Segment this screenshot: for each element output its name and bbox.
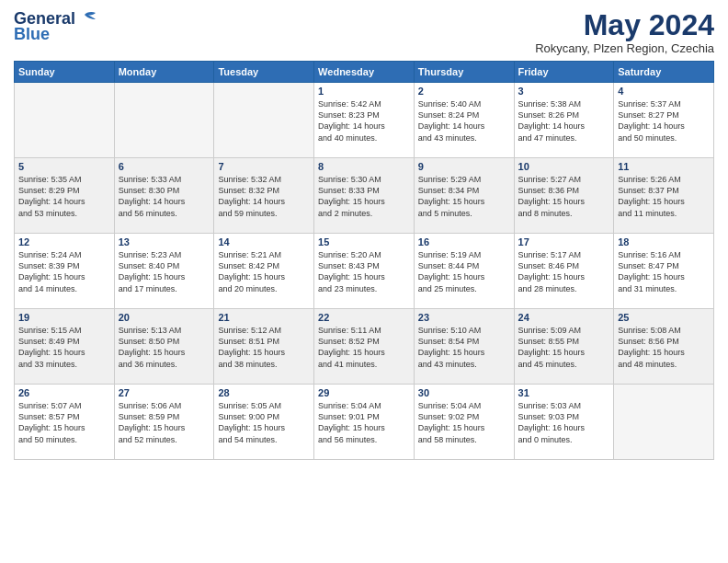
day-number: 8 <box>318 161 410 172</box>
day-info: Sunrise: 5:08 AM Sunset: 8:56 PM Dayligh… <box>618 325 710 370</box>
day-info: Sunrise: 5:33 AM Sunset: 8:30 PM Dayligh… <box>119 174 210 219</box>
day-number: 24 <box>518 312 610 323</box>
day-info: Sunrise: 5:37 AM Sunset: 8:27 PM Dayligh… <box>618 98 710 144</box>
calendar-week-row: 12Sunrise: 5:24 AM Sunset: 8:39 PM Dayli… <box>15 234 714 309</box>
day-number: 27 <box>119 387 210 398</box>
calendar-week-row: 26Sunrise: 5:07 AM Sunset: 8:57 PM Dayli… <box>15 385 714 460</box>
header: General Blue May 2024 Rokycany, Plzen Re… <box>14 9 714 55</box>
calendar-day-cell: 1Sunrise: 5:42 AM Sunset: 8:23 PM Daylig… <box>314 83 415 158</box>
day-number: 17 <box>518 236 610 247</box>
calendar-day-cell: 18Sunrise: 5:16 AM Sunset: 8:47 PM Dayli… <box>614 234 714 309</box>
day-info: Sunrise: 5:03 AM Sunset: 9:03 PM Dayligh… <box>518 400 610 445</box>
calendar-table: SundayMondayTuesdayWednesdayThursdayFrid… <box>14 61 714 460</box>
calendar-day-cell: 25Sunrise: 5:08 AM Sunset: 8:56 PM Dayli… <box>614 309 714 385</box>
calendar-day-cell: 21Sunrise: 5:12 AM Sunset: 8:51 PM Dayli… <box>214 309 314 385</box>
day-info: Sunrise: 5:23 AM Sunset: 8:40 PM Dayligh… <box>119 249 210 294</box>
calendar-day-cell: 23Sunrise: 5:10 AM Sunset: 8:54 PM Dayli… <box>414 309 514 385</box>
day-info: Sunrise: 5:32 AM Sunset: 8:32 PM Dayligh… <box>218 174 310 219</box>
day-number: 4 <box>618 86 710 97</box>
calendar-day-cell: 29Sunrise: 5:04 AM Sunset: 9:01 PM Dayli… <box>314 385 415 460</box>
day-number: 1 <box>318 86 410 97</box>
calendar-day-cell: 15Sunrise: 5:20 AM Sunset: 8:43 PM Dayli… <box>314 234 415 309</box>
day-number: 25 <box>618 312 710 323</box>
day-number: 16 <box>418 236 510 247</box>
calendar-day-cell: 14Sunrise: 5:21 AM Sunset: 8:42 PM Dayli… <box>214 234 314 309</box>
day-number: 5 <box>18 161 110 172</box>
calendar-day-cell: 28Sunrise: 5:05 AM Sunset: 9:00 PM Dayli… <box>214 385 314 460</box>
day-info: Sunrise: 5:26 AM Sunset: 8:37 PM Dayligh… <box>618 174 710 219</box>
day-info: Sunrise: 5:17 AM Sunset: 8:46 PM Dayligh… <box>518 249 610 294</box>
calendar-day-cell: 19Sunrise: 5:15 AM Sunset: 8:49 PM Dayli… <box>15 309 115 385</box>
day-info: Sunrise: 5:06 AM Sunset: 8:59 PM Dayligh… <box>119 400 210 445</box>
day-info: Sunrise: 5:24 AM Sunset: 8:39 PM Dayligh… <box>18 249 110 294</box>
calendar-day-cell: 9Sunrise: 5:29 AM Sunset: 8:34 PM Daylig… <box>414 158 514 234</box>
day-number: 19 <box>18 312 110 323</box>
month-title: May 2024 <box>535 9 714 41</box>
day-number: 10 <box>518 161 610 172</box>
calendar-day-cell <box>15 83 115 158</box>
day-number: 23 <box>418 312 510 323</box>
calendar-day-cell: 8Sunrise: 5:30 AM Sunset: 8:33 PM Daylig… <box>314 158 415 234</box>
calendar-header-row: SundayMondayTuesdayWednesdayThursdayFrid… <box>15 62 714 83</box>
day-info: Sunrise: 5:29 AM Sunset: 8:34 PM Dayligh… <box>418 174 510 219</box>
calendar-day-cell: 16Sunrise: 5:19 AM Sunset: 8:44 PM Dayli… <box>414 234 514 309</box>
calendar-day-cell: 11Sunrise: 5:26 AM Sunset: 8:37 PM Dayli… <box>614 158 714 234</box>
calendar-week-row: 5Sunrise: 5:35 AM Sunset: 8:29 PM Daylig… <box>15 158 714 234</box>
day-info: Sunrise: 5:15 AM Sunset: 8:49 PM Dayligh… <box>18 325 110 370</box>
calendar-day-cell: 3Sunrise: 5:38 AM Sunset: 8:26 PM Daylig… <box>514 83 614 158</box>
day-info: Sunrise: 5:04 AM Sunset: 9:02 PM Dayligh… <box>418 400 510 445</box>
day-info: Sunrise: 5:09 AM Sunset: 8:55 PM Dayligh… <box>518 325 610 370</box>
calendar-header-saturday: Saturday <box>614 62 714 83</box>
logo-bird-icon <box>77 11 97 28</box>
calendar-header-monday: Monday <box>114 62 214 83</box>
day-info: Sunrise: 5:19 AM Sunset: 8:44 PM Dayligh… <box>418 249 510 294</box>
day-number: 13 <box>119 236 210 247</box>
day-number: 22 <box>318 312 410 323</box>
calendar-day-cell <box>614 385 714 460</box>
day-info: Sunrise: 5:42 AM Sunset: 8:23 PM Dayligh… <box>318 98 410 144</box>
calendar-day-cell: 4Sunrise: 5:37 AM Sunset: 8:27 PM Daylig… <box>614 83 714 158</box>
day-number: 20 <box>119 312 210 323</box>
calendar-day-cell: 27Sunrise: 5:06 AM Sunset: 8:59 PM Dayli… <box>114 385 214 460</box>
calendar-day-cell: 31Sunrise: 5:03 AM Sunset: 9:03 PM Dayli… <box>514 385 614 460</box>
calendar-day-cell: 26Sunrise: 5:07 AM Sunset: 8:57 PM Dayli… <box>15 385 115 460</box>
calendar-header-tuesday: Tuesday <box>214 62 314 83</box>
calendar-day-cell: 17Sunrise: 5:17 AM Sunset: 8:46 PM Dayli… <box>514 234 614 309</box>
day-info: Sunrise: 5:40 AM Sunset: 8:24 PM Dayligh… <box>418 98 510 144</box>
day-number: 15 <box>318 236 410 247</box>
calendar-day-cell: 22Sunrise: 5:11 AM Sunset: 8:52 PM Dayli… <box>314 309 415 385</box>
day-info: Sunrise: 5:10 AM Sunset: 8:54 PM Dayligh… <box>418 325 510 370</box>
page: General Blue May 2024 Rokycany, Plzen Re… <box>0 0 728 469</box>
day-number: 12 <box>18 236 110 247</box>
day-info: Sunrise: 5:07 AM Sunset: 8:57 PM Dayligh… <box>18 400 110 445</box>
calendar-day-cell: 6Sunrise: 5:33 AM Sunset: 8:30 PM Daylig… <box>114 158 214 234</box>
day-info: Sunrise: 5:16 AM Sunset: 8:47 PM Dayligh… <box>618 249 710 294</box>
day-number: 7 <box>218 161 310 172</box>
day-number: 31 <box>518 387 610 398</box>
calendar-header-thursday: Thursday <box>414 62 514 83</box>
day-number: 9 <box>418 161 510 172</box>
calendar-day-cell <box>114 83 214 158</box>
day-info: Sunrise: 5:13 AM Sunset: 8:50 PM Dayligh… <box>119 325 210 370</box>
day-number: 29 <box>318 387 410 398</box>
day-number: 14 <box>218 236 310 247</box>
title-area: May 2024 Rokycany, Plzen Region, Czechia <box>535 9 714 55</box>
day-info: Sunrise: 5:05 AM Sunset: 9:00 PM Dayligh… <box>218 400 310 445</box>
calendar-day-cell <box>214 83 314 158</box>
calendar-header-sunday: Sunday <box>15 62 115 83</box>
calendar-day-cell: 10Sunrise: 5:27 AM Sunset: 8:36 PM Dayli… <box>514 158 614 234</box>
calendar-day-cell: 13Sunrise: 5:23 AM Sunset: 8:40 PM Dayli… <box>114 234 214 309</box>
day-number: 2 <box>418 86 510 97</box>
calendar-day-cell: 20Sunrise: 5:13 AM Sunset: 8:50 PM Dayli… <box>114 309 214 385</box>
day-number: 30 <box>418 387 510 398</box>
location: Rokycany, Plzen Region, Czechia <box>535 41 714 55</box>
calendar-header-wednesday: Wednesday <box>314 62 415 83</box>
calendar-day-cell: 24Sunrise: 5:09 AM Sunset: 8:55 PM Dayli… <box>514 309 614 385</box>
day-number: 21 <box>218 312 310 323</box>
day-number: 6 <box>119 161 210 172</box>
calendar-week-row: 1Sunrise: 5:42 AM Sunset: 8:23 PM Daylig… <box>15 83 714 158</box>
day-number: 3 <box>518 86 610 97</box>
calendar-day-cell: 12Sunrise: 5:24 AM Sunset: 8:39 PM Dayli… <box>15 234 115 309</box>
calendar-header-friday: Friday <box>514 62 614 83</box>
day-info: Sunrise: 5:12 AM Sunset: 8:51 PM Dayligh… <box>218 325 310 370</box>
